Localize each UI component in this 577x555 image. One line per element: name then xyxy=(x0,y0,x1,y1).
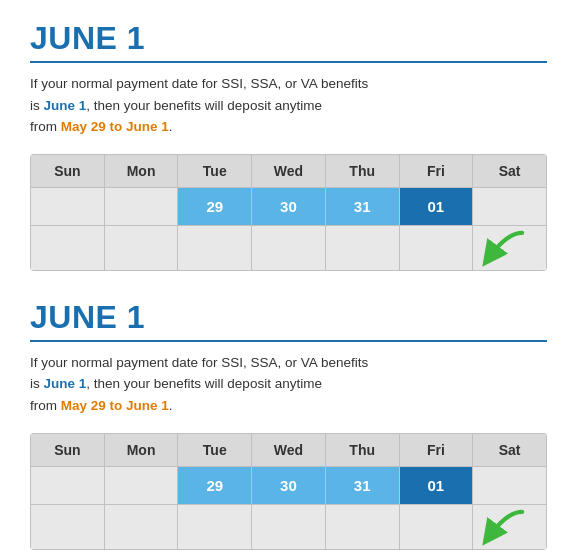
calendar-header-cell: Tue xyxy=(178,433,252,466)
section-title: JUNE 1 xyxy=(30,299,547,342)
section-description: If your normal payment date for SSI, SSA… xyxy=(30,352,547,417)
empty-arrow-cell xyxy=(104,225,178,270)
calendar-day-cell xyxy=(473,187,547,225)
empty-arrow-cell xyxy=(178,225,252,270)
arrow-cell xyxy=(473,504,547,549)
calendar-day-cell: 29 xyxy=(178,187,252,225)
calendar-table: SunMonTueWedThuFriSat29303101 xyxy=(30,433,547,550)
calendar-header-cell: Thu xyxy=(325,433,399,466)
calendar-header-cell: Mon xyxy=(104,154,178,187)
empty-arrow-cell xyxy=(31,225,105,270)
calendar: SunMonTueWedThuFriSat29303101 xyxy=(30,154,547,271)
green-arrow-icon xyxy=(477,228,529,268)
calendar-header-cell: Fri xyxy=(399,154,473,187)
empty-arrow-cell xyxy=(252,504,326,549)
arrow-cell xyxy=(473,225,547,270)
calendar-day-cell: 29 xyxy=(178,466,252,504)
calendar: SunMonTueWedThuFriSat29303101 xyxy=(30,433,547,550)
section-description: If your normal payment date for SSI, SSA… xyxy=(30,73,547,138)
calendar-header-cell: Sat xyxy=(473,154,547,187)
highlight-orange-text: May 29 to June 1 xyxy=(61,119,169,134)
green-arrow-container xyxy=(473,507,546,547)
calendar-day-cell xyxy=(31,466,105,504)
calendar-header-cell: Tue xyxy=(178,154,252,187)
calendar-day-cell: 30 xyxy=(252,187,326,225)
calendar-table: SunMonTueWedThuFriSat29303101 xyxy=(30,154,547,271)
highlight-blue-text: June 1 xyxy=(44,376,87,391)
empty-arrow-cell xyxy=(178,504,252,549)
section-2: JUNE 1If your normal payment date for SS… xyxy=(30,299,547,550)
green-arrow-container xyxy=(473,228,546,268)
calendar-header-cell: Mon xyxy=(104,433,178,466)
highlight-orange-text: May 29 to June 1 xyxy=(61,398,169,413)
empty-arrow-cell xyxy=(252,225,326,270)
calendar-header-cell: Wed xyxy=(252,154,326,187)
calendar-day-cell: 31 xyxy=(325,187,399,225)
empty-arrow-cell xyxy=(399,504,473,549)
empty-arrow-cell xyxy=(399,225,473,270)
empty-arrow-cell xyxy=(31,504,105,549)
calendar-day-cell: 30 xyxy=(252,466,326,504)
calendar-header-cell: Fri xyxy=(399,433,473,466)
calendar-header-cell: Thu xyxy=(325,154,399,187)
section-1: JUNE 1If your normal payment date for SS… xyxy=(30,20,547,271)
calendar-day-cell xyxy=(104,466,178,504)
calendar-day-cell xyxy=(31,187,105,225)
highlight-blue-text: June 1 xyxy=(44,98,87,113)
green-arrow-icon xyxy=(477,507,529,547)
calendar-header-cell: Sun xyxy=(31,154,105,187)
calendar-day-cell: 01 xyxy=(399,187,473,225)
empty-arrow-cell xyxy=(325,225,399,270)
section-title: JUNE 1 xyxy=(30,20,547,63)
calendar-day-cell xyxy=(473,466,547,504)
calendar-day-cell xyxy=(104,187,178,225)
calendar-header-cell: Sun xyxy=(31,433,105,466)
calendar-header-cell: Wed xyxy=(252,433,326,466)
calendar-day-cell: 31 xyxy=(325,466,399,504)
calendar-header-cell: Sat xyxy=(473,433,547,466)
empty-arrow-cell xyxy=(104,504,178,549)
calendar-day-cell: 01 xyxy=(399,466,473,504)
empty-arrow-cell xyxy=(325,504,399,549)
